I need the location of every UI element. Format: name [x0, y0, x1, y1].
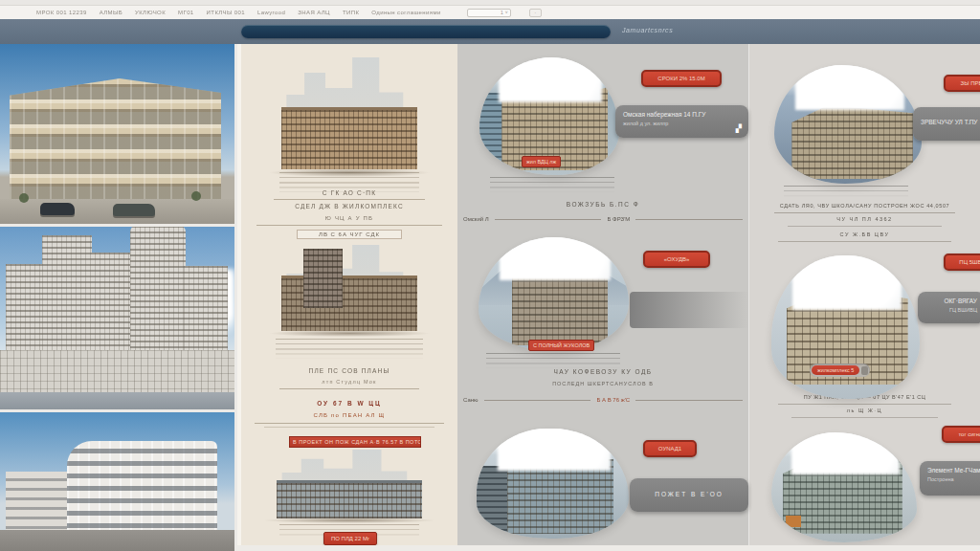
illustration-tower	[303, 249, 343, 308]
annex-building-layer	[6, 472, 73, 530]
divider-rule	[791, 417, 938, 418]
caption-line-highlight: ОУ 67 В W ЦЦ	[249, 400, 450, 407]
cloud-puff	[791, 432, 899, 474]
price-badge[interactable]: ПЦ 5ШВ	[944, 253, 980, 271]
tooltip-line: ПОЖЕТ В Е'ОО	[637, 490, 741, 499]
listing-column-a: СРОКИ 2% 15.0М Омская набережная 14 П.ГУ…	[457, 44, 748, 551]
photo-badge[interactable]: С ПОЛНЫЙ ЖУКОЛОВ	[528, 340, 594, 351]
app-window: МРОК 001 12239 АЛМЫБ УКЛЮЧОК МГ01 ИТКЛЧЫ…	[0, 0, 980, 551]
cloud-photo-2[interactable]	[771, 255, 920, 399]
caption-line: ЧАУ КОФЕВОЗУ КУ ОДБ	[461, 368, 745, 375]
divider-rule	[274, 199, 425, 200]
info-tooltip[interactable]: Омская набережная 14 П.ГУ жилой д ул. жи…	[615, 105, 748, 138]
cloud-puff	[498, 429, 611, 471]
tooltip-line: ЗРВЕЧУЧУ УЛ Т.ПУ	[921, 118, 980, 127]
cloud-puff	[499, 57, 602, 102]
vintage-car	[40, 203, 75, 215]
divider-rule	[484, 400, 591, 401]
side-label: Саню	[463, 397, 479, 403]
catalog-primary-button[interactable]: ПО ПЛД 22 Мг	[323, 532, 377, 545]
reflection-lines	[486, 353, 620, 368]
caption-line: СДАТЬ ЛЯ0, ЧВУ ШКОЛА/САНУ ПОСТРОЕН ЖОС 4…	[753, 203, 976, 209]
info-tooltip[interactable]: ПОЖЕТ В Е'ОО	[630, 478, 748, 512]
catalog-card2-title: ЛВ С 6А ЧУГ СДК	[297, 230, 402, 239]
caption-line: ПОСЛЕДН ШКЕРТСАНУСЛОВ В	[461, 381, 745, 386]
illustration-building	[281, 107, 418, 169]
divider-rule	[774, 212, 955, 213]
info-tooltip[interactable]: ЗРВЕЧУЧУ УЛ Т.ПУ	[913, 107, 980, 141]
vintage-car	[113, 204, 155, 216]
chevron-down-icon: ˅	[505, 10, 508, 15]
cloud-puff	[792, 255, 902, 310]
menu-more-button[interactable]: ·	[529, 9, 542, 17]
building-illustration-3[interactable]	[262, 450, 436, 526]
cloud-photo-3[interactable]	[771, 432, 917, 542]
bottom-strip	[237, 545, 980, 551]
caption-line: ВОЖЗУБЬ Б.ПС Ф	[461, 201, 745, 208]
price-badge[interactable]: ОУNАД1	[643, 440, 697, 457]
illustration-shadow	[262, 518, 436, 523]
cloud-puff	[500, 237, 611, 280]
building-photo-layer	[507, 459, 613, 534]
side-building-layer	[477, 466, 510, 532]
catalog-column: С ГК АО С·ПК СДЕЛ ДЖ В ЖИЛКОМПЛЕКС Ю ЧЦ …	[237, 44, 457, 551]
menu-dropdown-value: 1	[501, 10, 503, 15]
menu-item-2[interactable]: АЛМЫБ	[100, 10, 122, 15]
photo-badge[interactable]: жил ВДЦ лж	[522, 156, 561, 167]
menu-item-1[interactable]: МРОК 001 12239	[36, 10, 87, 15]
menu-item-7[interactable]: ЗНАЯ АЛЦ	[298, 10, 330, 15]
toolbar: Jamuartcsnrcs	[0, 19, 980, 44]
tooltip-line: ОКГ·ВЯГАУ	[925, 297, 977, 306]
photo-thumb-corner-building[interactable]	[0, 409, 234, 551]
listing-column-b: ЗЫ ПРБ ЗРВЕЧУЧУ УЛ Т.ПУ В ЕУЛЯ ПЛ.ГУО СД…	[748, 44, 980, 551]
reflection-lines	[784, 186, 908, 197]
menubar: МРОК 001 12239 АЛМЫБ УКЛЮЧОК МГ01 ИТКЛЧЫ…	[0, 6, 980, 19]
building-illustration-1[interactable]	[268, 57, 431, 182]
photo-thumb-residential-towers[interactable]	[0, 224, 234, 409]
divider-rule	[778, 404, 951, 405]
price-badge[interactable]: СРОКИ 2% 15.0М	[641, 70, 722, 87]
podium-layer	[0, 350, 234, 392]
menu-item-5[interactable]: ИТКЛЧЫ 001	[207, 10, 245, 15]
tooltip-subline: ГЦ ВШИВЦ	[925, 306, 977, 314]
illustration-building	[281, 276, 418, 331]
menu-item-4[interactable]: МГ01	[178, 10, 194, 15]
meta-row: Омский Л Б ФРЗ'М	[463, 216, 743, 222]
menu-item-8[interactable]: ТИПК	[343, 10, 359, 15]
caption-line: лтп Студлц Мок	[249, 379, 450, 385]
divider-rule	[255, 423, 444, 424]
red-banner[interactable]: В ПРОЕКТ ОН ПОЖ СДАН А·В 76.57 В ПОТОК	[289, 436, 421, 448]
cloud-photo-3[interactable]	[477, 429, 629, 539]
palm-tree	[191, 191, 201, 201]
menu-item-3[interactable]: УКЛЮЧОК	[135, 10, 166, 15]
palm-tree	[19, 193, 29, 203]
building-photo-layer	[10, 78, 221, 199]
divider-rule	[635, 219, 743, 220]
menu-item-9[interactable]: Одинын соглашениями	[371, 10, 440, 15]
divider-rule	[635, 400, 743, 401]
menu-dropdown[interactable]: 1 ˅	[467, 9, 511, 17]
photo-thumb-office-building[interactable]	[0, 44, 234, 224]
info-tooltip[interactable]: Элемент Ме-ГЧам Построена	[920, 461, 980, 496]
storefront-layer	[786, 516, 801, 527]
tooltip-line: Элемент Ме-ГЧам	[927, 466, 980, 475]
price-badge[interactable]: ЗЫ ПРБ	[944, 75, 980, 92]
price-badge[interactable]: тог сигнам	[942, 426, 980, 443]
tooltip-subline: Построена	[927, 475, 980, 483]
cloud-photo-1[interactable]	[774, 65, 922, 184]
divider-rule	[788, 226, 942, 227]
building-illustration-2[interactable]	[268, 245, 431, 341]
status-label: Jamuartcsnrcs	[622, 27, 673, 33]
reflection-lines	[276, 339, 423, 360]
divider-rule	[256, 225, 442, 226]
cloud-puff	[795, 65, 904, 110]
caption-line: ль Щ Ж·Ц	[753, 408, 976, 413]
price-badge[interactable]: «ОХУДВ»	[643, 251, 710, 268]
info-tooltip[interactable]: ОКГ·ВЯГАУ ГЦ ВШИВЦ	[918, 292, 980, 323]
caption-line: СУ Ж.БВ ЦВУ	[753, 231, 976, 237]
pill-button[interactable]: жилкомплекс 5	[810, 364, 870, 377]
menu-item-6[interactable]: Lawyrood	[257, 10, 285, 15]
caption-line: ЧУ ЧЛ ПЛ 4362	[753, 216, 976, 222]
caption-line: ПЛЕ ПС СОВ ПЛАНЫ	[249, 367, 450, 374]
cloud-photo-2[interactable]	[479, 237, 629, 351]
